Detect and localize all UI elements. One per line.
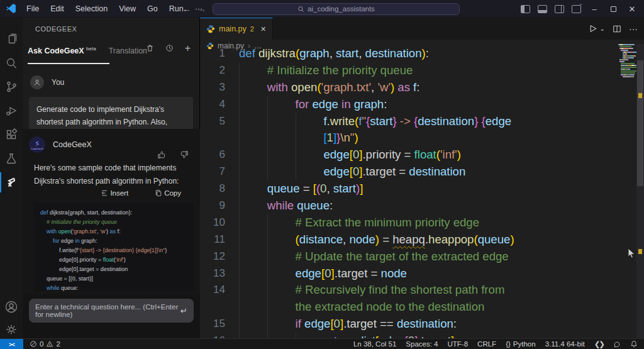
person-icon — [33, 79, 41, 86]
split-editor-icon[interactable] — [613, 25, 621, 33]
sidebar-item-search[interactable] — [0, 52, 23, 74]
minimize-button[interactable]: – — [586, 1, 602, 17]
vscode-window: File Edit Selection View Go Run ··· ← → … — [0, 0, 644, 349]
account-button[interactable] — [0, 296, 23, 318]
command-center-search[interactable]: ai_coding_assistants — [213, 3, 460, 15]
toggle-sidebar-icon[interactable] — [521, 5, 530, 13]
tab-ask-codegeex[interactable]: Ask CodeGeeX beta — [28, 46, 96, 55]
line-number — [200, 130, 239, 147]
remote-indicator[interactable]: >< — [0, 339, 23, 349]
insert-button[interactable]: Insert — [101, 189, 128, 197]
chat-code-line: f.write(f"{start} -> {destination} {edge… — [40, 246, 194, 255]
toggle-panel-icon[interactable] — [538, 5, 547, 13]
line-number: 7 — [200, 163, 239, 180]
maximize-button[interactable] — [605, 1, 621, 17]
chat-code-line: while queue: — [40, 284, 194, 291]
mouse-cursor — [628, 248, 636, 262]
run-debug-icon — [4, 104, 18, 118]
tab-label: main.py — [219, 25, 247, 33]
thumbs-down-icon[interactable] — [180, 150, 189, 159]
tab-main-py[interactable]: main.py 2 ✕ — [200, 18, 273, 40]
sidebar-item-explorer[interactable] — [0, 28, 23, 50]
menu-go[interactable]: Go — [142, 3, 163, 15]
code-line: 14# Recursively find the shortest path f… — [200, 282, 644, 299]
errors-icon — [30, 340, 37, 348]
code-line: 2# Initialize the priority queue — [200, 62, 644, 79]
chat-code-line: def dijkstra(graph, start, destination): — [40, 208, 194, 218]
python-icon — [206, 25, 215, 33]
copy-button[interactable]: Copy — [155, 189, 181, 197]
settings-button[interactable] — [0, 318, 23, 341]
scrollbar-thumb[interactable] — [637, 60, 643, 186]
editor-more-actions-icon[interactable]: ··· — [629, 24, 638, 34]
menu-selection[interactable]: Selection — [70, 3, 113, 15]
assistant-message: CodeGeeX CodeGeeX Here's some sample cod… — [23, 129, 200, 294]
code-line: the extracted node to the destination — [200, 299, 644, 316]
vertical-scrollbar[interactable] — [636, 44, 644, 338]
trash-icon[interactable] — [146, 44, 154, 52]
search-icon — [297, 6, 304, 13]
vscode-logo-icon[interactable] — [5, 3, 16, 14]
line-number: 16 — [200, 333, 239, 338]
assistant-code-block[interactable]: def dijkstra(graph, start, destination):… — [34, 202, 194, 291]
warnings-icon — [46, 340, 53, 348]
forward-icon[interactable]: → — [197, 4, 206, 14]
assistant-label: CodeGeeX — [53, 140, 92, 149]
editor-group: main.py 2 ✕ ⌄ ··· main.py › … 1def dijks… — [200, 18, 644, 338]
code-line: 11(distance, node) = heapq.heappop(queue… — [200, 231, 644, 248]
sidebar-item-extensions[interactable] — [0, 123, 23, 146]
minimap[interactable] — [618, 44, 637, 78]
line-number: 12 — [200, 248, 239, 265]
tab-close-icon[interactable]: ✕ — [260, 25, 266, 33]
code-line: [1]}\n") — [200, 130, 644, 147]
codegeex-status-icon[interactable]: ❮❯ — [594, 340, 604, 348]
warnings-count: 2 — [56, 340, 60, 348]
code-line: 9while queue: — [200, 197, 644, 214]
language-mode[interactable]: {}Python — [506, 340, 536, 348]
python-interpreter[interactable]: 3.11.4 64-bit — [545, 340, 585, 348]
menu-file[interactable]: File — [21, 3, 44, 15]
encoding[interactable]: UTF-8 — [448, 340, 469, 348]
indentation[interactable]: Spaces: 4 — [406, 340, 438, 348]
chat-code-line: edge[0].target = destination — [40, 265, 194, 274]
cursor-position[interactable]: Ln 38, Col 51 — [353, 340, 396, 348]
eol-sequence[interactable]: CRLF — [477, 340, 496, 348]
tab-translation[interactable]: Translation — [109, 47, 147, 55]
beta-badge: beta — [86, 46, 96, 52]
customize-layout-icon[interactable]: °° — [572, 5, 581, 13]
sidebar-item-source-control[interactable] — [0, 75, 23, 98]
code-line: 7edge[0].target = destination — [200, 163, 644, 180]
code-editor[interactable]: 1def dijkstra(graph, start, destination)… — [200, 45, 644, 338]
code-line: 4for edge in graph: — [200, 96, 644, 113]
code-line: 3with open('graph.txt', 'w') as f: — [200, 79, 644, 96]
chat-code-line: # Initialize the priority queue — [40, 218, 194, 227]
problems-indicator[interactable]: 0 2 — [30, 340, 60, 348]
user-label: You — [52, 78, 64, 87]
braces-icon: {} — [506, 340, 511, 348]
thumbs-up-icon[interactable] — [157, 150, 166, 159]
code-line: 13edge[0].target = node — [200, 265, 644, 282]
line-number: 9 — [200, 197, 239, 214]
new-chat-icon[interactable]: + — [185, 45, 191, 52]
history-icon[interactable] — [165, 44, 174, 52]
code-line: 12# Update the target of the extracted e… — [200, 248, 644, 265]
sidebar-item-testing[interactable] — [0, 147, 23, 170]
status-bar: >< 0 2 Ln 38, Col 51 Spaces: 4 UTF-8 CRL… — [0, 338, 644, 349]
close-button[interactable]: ✕ — [624, 1, 640, 17]
tab-problems-badge: 2 — [250, 25, 254, 33]
extensions-icon — [4, 128, 18, 141]
titlebar: File Edit Selection View Go Run ··· ← → … — [0, 0, 644, 18]
line-number: 15 — [200, 316, 239, 333]
menu-view[interactable]: View — [114, 3, 141, 15]
chat-input[interactable]: Enter a technical question here... (Ctrl… — [29, 299, 194, 323]
toggle-secondary-sidebar-icon[interactable] — [555, 5, 564, 13]
notifications-bell-icon[interactable] — [630, 340, 638, 348]
feedback-icon[interactable] — [613, 340, 621, 348]
back-icon[interactable]: ← — [182, 4, 191, 14]
run-dropdown-icon[interactable]: ⌄ — [600, 25, 605, 32]
errors-count: 0 — [40, 340, 43, 348]
run-button[interactable] — [588, 24, 597, 33]
sidebar-item-run-debug[interactable] — [0, 99, 23, 122]
sidebar-item-codegeex[interactable] — [0, 171, 23, 194]
menu-edit[interactable]: Edit — [45, 3, 69, 15]
